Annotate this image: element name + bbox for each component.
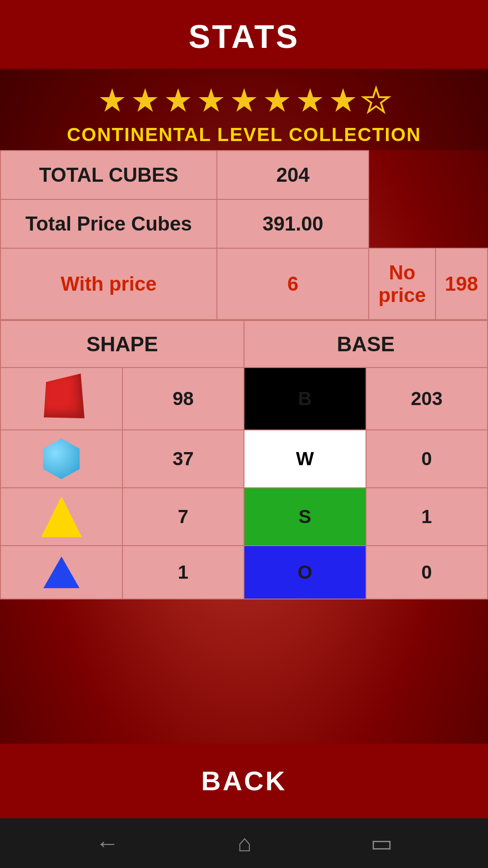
star-2: ★ xyxy=(131,84,160,117)
with-price-value: 6 xyxy=(217,248,369,320)
star-6: ★ xyxy=(263,84,292,117)
base-count-2: 0 xyxy=(366,430,488,488)
nav-back-icon[interactable]: ← xyxy=(95,830,119,857)
no-price-value: 198 xyxy=(436,248,488,320)
shape-header-label: SHAPE xyxy=(0,321,244,368)
base-header-label: BASE xyxy=(244,321,488,368)
shape-icon-cube xyxy=(0,368,122,430)
page-title: STATS xyxy=(188,19,299,55)
base-count-3: 1 xyxy=(366,488,488,546)
no-price-label: No price xyxy=(369,248,435,320)
base-count-1: 203 xyxy=(366,368,488,430)
nav-home-icon[interactable]: ⌂ xyxy=(238,830,252,857)
with-price-label: With price xyxy=(0,248,217,320)
base-badge-3: S xyxy=(244,488,366,546)
base-badge-4: O xyxy=(244,546,366,599)
back-button-container: BACK xyxy=(0,744,488,818)
shape-icon-dodecahedron xyxy=(0,430,122,488)
star-7: ★ xyxy=(296,84,325,117)
star-5: ★ xyxy=(230,84,259,117)
back-button[interactable]: BACK xyxy=(18,756,470,806)
stats-table: TOTAL CUBES 204 Total Price Cubes 391.00… xyxy=(0,150,488,320)
total-price-value: 391.00 xyxy=(217,199,369,248)
shape-base-header: SHAPE BASE xyxy=(0,321,488,368)
shape-count-4: 1 xyxy=(122,546,244,599)
base-count-4: 0 xyxy=(366,546,488,599)
total-price-row: Total Price Cubes 391.00 xyxy=(0,199,488,248)
table-row: 1 O 0 xyxy=(0,546,488,599)
header-section: STATS xyxy=(0,0,488,71)
star-1: ★ xyxy=(98,84,127,117)
base-badge-1: B xyxy=(244,368,366,430)
collection-label: CONTINENTAL LEVEL COLLECTION xyxy=(9,124,479,146)
star-3: ★ xyxy=(164,84,193,117)
table-row: 37 W 0 xyxy=(0,430,488,488)
shape-icon-pyramid-yellow xyxy=(0,488,122,546)
nav-bar: ← ⌂ ▭ xyxy=(0,818,488,868)
nav-recents-icon[interactable]: ▭ xyxy=(371,830,393,857)
star-4: ★ xyxy=(197,84,226,117)
price-split-row: With price 6 No price 198 xyxy=(0,248,488,320)
shape-count-1: 98 xyxy=(122,368,244,430)
base-badge-2: W xyxy=(244,430,366,488)
total-cubes-label: TOTAL CUBES xyxy=(0,151,217,199)
shape-base-table: SHAPE BASE 98 B 203 xyxy=(0,320,488,599)
shape-icon-pyramid-blue xyxy=(0,546,122,599)
star-8: ★ xyxy=(328,84,358,117)
total-cubes-value: 204 xyxy=(217,151,369,199)
shape-count-3: 7 xyxy=(122,488,244,546)
total-cubes-row: TOTAL CUBES 204 xyxy=(0,151,488,199)
stars-row: ★ ★ ★ ★ ★ ★ ★ ★ ★ xyxy=(9,84,479,117)
table-row: 7 S 1 xyxy=(0,488,488,546)
total-price-label: Total Price Cubes xyxy=(0,199,217,248)
stars-section: ★ ★ ★ ★ ★ ★ ★ ★ ★ CONTINENTAL LEVEL COLL… xyxy=(0,71,488,150)
shape-count-2: 37 xyxy=(122,430,244,488)
star-9: ★ xyxy=(361,84,391,117)
stats-table-wrapper: TOTAL CUBES 204 Total Price Cubes 391.00… xyxy=(0,150,488,599)
table-row: 98 B 203 xyxy=(0,368,488,430)
